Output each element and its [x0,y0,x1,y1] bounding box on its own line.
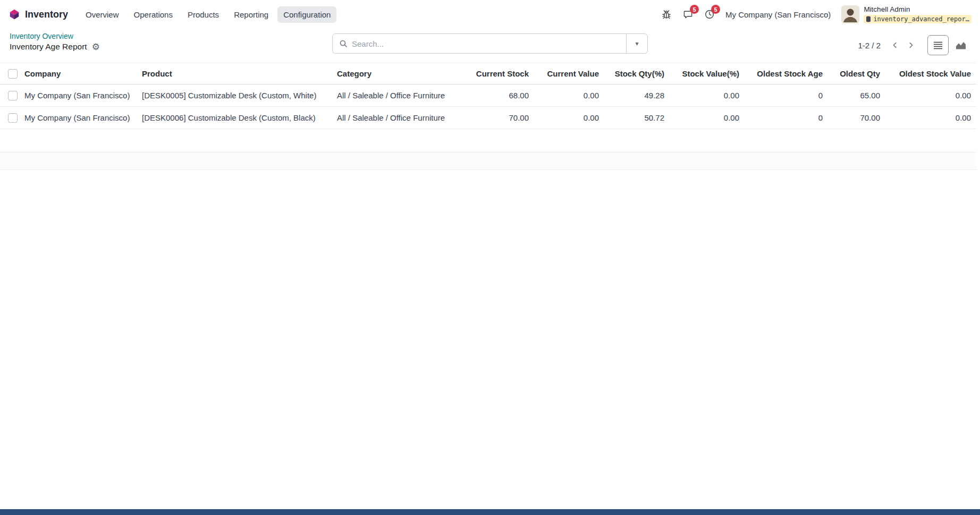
nav-item-reporting[interactable]: Reporting [228,6,274,23]
cell-product: [DESK0005] Customizable Desk (Custom, Wh… [139,85,334,107]
caret-down-icon: ▾ [635,40,638,47]
systray: 5 5 My Company (San Francisco) Mi [661,5,971,24]
graph-view-button[interactable] [950,35,971,55]
nav-item-operations[interactable]: Operations [128,6,179,23]
activities-badge: 5 [711,5,720,14]
column-header-current-stock[interactable]: Current Stock [464,63,534,85]
list-view-button[interactable] [927,35,949,55]
cell-oldest-stock-age: 0 [745,107,828,129]
cell-stock-qty-pct: 50.72 [604,107,670,129]
nav-left: Inventory Overview Operations Products R… [9,6,336,23]
column-header-oldest-stock-value[interactable]: Oldest Stock Value [885,63,976,85]
nav-item-overview[interactable]: Overview [80,6,125,23]
view-switcher [927,35,971,55]
inventory-age-table: Company Product Category Current Stock C… [0,63,976,129]
search-icon [339,39,348,48]
cell-current-value: 0.00 [534,107,604,129]
breadcrumb-area: Inventory Overview Inventory Age Report … [10,32,100,52]
company-switcher[interactable]: My Company (San Francisco) [725,10,831,19]
pager-next-button[interactable] [903,37,919,54]
column-header-stock-qty-pct[interactable]: Stock Qty(%) [604,63,670,85]
select-all-checkbox[interactable] [8,69,18,79]
nav-item-configuration[interactable]: Configuration [277,6,336,23]
cell-stock-qty-pct: 49.28 [604,85,670,107]
app-menu-button[interactable]: Inventory [9,9,68,20]
cell-company: My Company (San Francisco) [21,85,139,107]
column-header-category[interactable]: Category [334,63,464,85]
cell-company: My Company (San Francisco) [21,107,139,129]
cell-current-stock: 68.00 [464,85,534,107]
chevron-right-icon [907,41,915,49]
cell-oldest-stock-age: 0 [745,85,828,107]
cell-stock-value-pct: 0.00 [670,85,745,107]
inventory-age-list: Company Product Category Current Stock C… [0,63,976,170]
column-header-current-value[interactable]: Current Value [534,63,604,85]
cell-product: [DESK0006] Customizable Desk (Custom, Bl… [139,107,334,129]
user-menu[interactable]: Mitchell Admin inventory_advanced_repor… [841,5,971,24]
column-header-product[interactable]: Product [139,63,334,85]
pager-and-views: 1-2 / 2 [858,35,971,55]
area-chart-icon [956,41,966,49]
column-header-company[interactable]: Company [21,63,139,85]
cell-category: All / Saleable / Office Furniture [334,85,464,107]
table-row[interactable]: My Company (San Francisco) [DESK0005] Cu… [0,85,976,107]
database-name: inventory_advanced_repor… [873,15,969,23]
debug-button[interactable] [661,9,672,20]
database-badge: inventory_advanced_repor… [864,15,971,23]
app-name: Inventory [25,9,68,20]
search-box: ▾ [332,33,648,54]
column-header-oldest-qty[interactable]: Oldest Qty [828,63,885,85]
user-info: Mitchell Admin inventory_advanced_repor… [864,5,971,24]
page-title: Inventory Age Report [10,42,87,52]
bottom-bar [0,509,980,515]
top-navbar: Inventory Overview Operations Products R… [0,0,980,29]
cell-oldest-stock-value: 0.00 [885,107,976,129]
cell-stock-value-pct: 0.00 [670,107,745,129]
pager-previous-button[interactable] [887,37,903,54]
control-panel: Inventory Overview Inventory Age Report … [0,29,980,63]
cell-current-stock: 70.00 [464,107,534,129]
bug-icon [661,9,672,20]
nav-item-products[interactable]: Products [182,6,225,23]
activities-button[interactable]: 5 [704,9,715,20]
row-checkbox[interactable] [8,113,18,123]
pager-value[interactable]: 1-2 / 2 [858,41,881,50]
user-avatar [841,5,859,23]
title-row: Inventory Age Report ⚙ [10,42,100,52]
chevron-left-icon [891,41,899,49]
table-header-row: Company Product Category Current Stock C… [0,63,976,85]
column-header-stock-value-pct[interactable]: Stock Value(%) [670,63,745,85]
gear-icon[interactable]: ⚙ [92,43,100,52]
table-row[interactable]: My Company (San Francisco) [DESK0006] Cu… [0,107,976,129]
table-footer-strip [0,153,976,170]
messages-button[interactable]: 5 [682,9,694,20]
search-input[interactable] [348,34,626,53]
breadcrumb-inventory-overview[interactable]: Inventory Overview [10,32,100,40]
row-checkbox[interactable] [8,91,18,100]
inventory-app-icon [9,9,20,20]
database-icon [866,16,871,22]
user-name: Mitchell Admin [864,6,910,14]
cell-oldest-qty: 70.00 [828,107,885,129]
messages-badge: 5 [690,5,699,14]
cell-category: All / Saleable / Office Furniture [334,107,464,129]
empty-row-strip [0,129,976,153]
list-view-icon [933,41,943,49]
column-header-oldest-stock-age[interactable]: Oldest Stock Age [745,63,828,85]
cell-oldest-stock-value: 0.00 [885,85,976,107]
app-menus: Overview Operations Products Reporting C… [80,6,336,23]
cell-oldest-qty: 65.00 [828,85,885,107]
cell-current-value: 0.00 [534,85,604,107]
search-options-toggle[interactable]: ▾ [626,34,647,53]
search-area: ▾ [332,33,648,54]
